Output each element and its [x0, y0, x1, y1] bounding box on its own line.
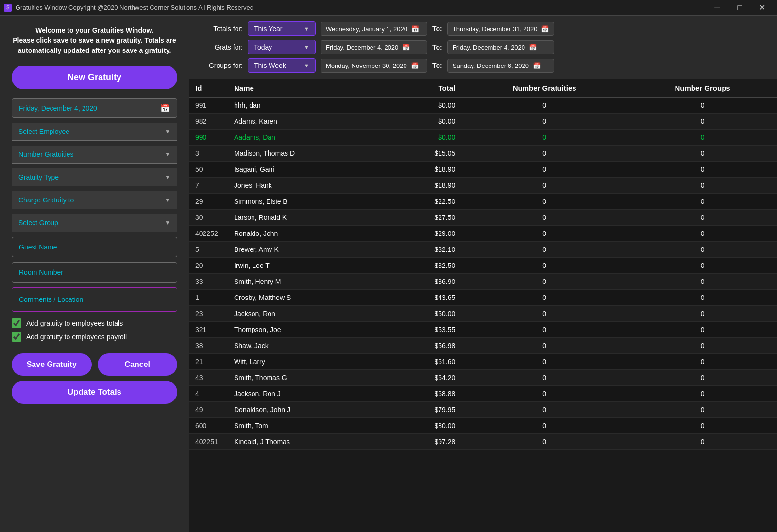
cell-num-gratuities: 0 [461, 354, 628, 370]
table-row[interactable]: 3 Madison, Thomas D $15.05 0 0 [189, 146, 777, 162]
table-header-row: Id Name Total Number Gratuities Number G… [189, 79, 777, 98]
cell-name: hhh, dan [228, 98, 389, 114]
totals-from-date[interactable]: Wednesday, January 1, 2020 📅 [321, 22, 427, 36]
cell-num-gratuities: 0 [461, 210, 628, 226]
cell-total: $15.05 [389, 146, 461, 162]
table-row[interactable]: 33 Smith, Henry M $36.90 0 0 [189, 274, 777, 290]
cell-num-groups: 0 [628, 306, 777, 322]
totals-for-label: Totals for: [199, 25, 243, 33]
title-bar-controls: ─ □ ✕ [706, 1, 773, 15]
close-button[interactable]: ✕ [751, 1, 773, 15]
col-num-gratuities: Number Gratuities [461, 79, 628, 98]
guest-name-input[interactable] [12, 237, 177, 257]
select-group-dropdown[interactable]: Select Group ▼ [12, 214, 177, 232]
cell-name: Smith, Tom [228, 418, 389, 434]
table-row[interactable]: 600 Smith, Tom $80.00 0 0 [189, 418, 777, 434]
table-row[interactable]: 4 Jackson, Ron J $68.88 0 0 [189, 386, 777, 402]
cell-num-groups: 0 [628, 162, 777, 178]
select-employee-dropdown[interactable]: Select Employee ▼ [12, 123, 177, 141]
cell-num-groups: 0 [628, 98, 777, 114]
maximize-button[interactable]: □ [728, 1, 751, 15]
cell-id: 21 [189, 354, 228, 370]
minimize-button[interactable]: ─ [706, 1, 728, 15]
cell-name: Witt, Larry [228, 354, 389, 370]
cell-num-groups: 0 [628, 226, 777, 242]
comments-location-input[interactable] [12, 287, 177, 312]
number-gratuities-label: Number Gratuities [18, 150, 74, 158]
grats-to-date[interactable]: Friday, December 4, 2020 📅 [447, 40, 554, 54]
title-bar-text: Gratuities Window Copyright @2020 Northw… [16, 4, 253, 11]
totals-dropdown[interactable]: This Year ▼ [248, 21, 316, 36]
cell-num-groups: 0 [628, 130, 777, 146]
totals-for-row: Totals for: This Year ▼ Wednesday, Janua… [199, 21, 767, 36]
title-bar-left: $ Gratuities Window Copyright @2020 Nort… [4, 4, 253, 12]
table-row[interactable]: 5 Brewer, Amy K $32.10 0 0 [189, 242, 777, 258]
room-number-input[interactable] [12, 262, 177, 283]
controls-area: Totals for: This Year ▼ Wednesday, Janua… [189, 16, 777, 79]
table-row[interactable]: 21 Witt, Larry $61.60 0 0 [189, 354, 777, 370]
table-row[interactable]: 29 Simmons, Elsie B $22.50 0 0 [189, 194, 777, 210]
cell-total: $53.55 [389, 322, 461, 338]
table-row[interactable]: 20 Irwin, Lee T $32.50 0 0 [189, 258, 777, 274]
table-row[interactable]: 990 Aadams, Dan $0.00 0 0 [189, 130, 777, 146]
table-row[interactable]: 1 Crosby, Matthew S $43.65 0 0 [189, 290, 777, 306]
cell-total: $56.98 [389, 338, 461, 354]
cell-id: 38 [189, 338, 228, 354]
select-employee-label: Select Employee [18, 128, 69, 135]
add-to-payroll-row: Add gratuity to employees payroll [12, 332, 177, 342]
groups-dropdown[interactable]: This Week ▼ [248, 58, 316, 73]
add-to-totals-checkbox[interactable] [12, 318, 21, 328]
add-to-payroll-checkbox[interactable] [12, 332, 21, 342]
table-row[interactable]: 43 Smith, Thomas G $64.20 0 0 [189, 370, 777, 386]
table-row[interactable]: 38 Shaw, Jack $56.98 0 0 [189, 338, 777, 354]
table-row[interactable]: 23 Jackson, Ron $50.00 0 0 [189, 306, 777, 322]
cancel-button[interactable]: Cancel [98, 353, 178, 376]
cell-id: 600 [189, 418, 228, 434]
groups-to-date[interactable]: Sunday, December 6, 2020 📅 [447, 59, 554, 73]
cell-total: $32.10 [389, 242, 461, 258]
charge-gratuity-label: Charge Gratuity to [18, 196, 74, 204]
grats-for-row: Grats for: Today ▼ Friday, December 4, 2… [199, 40, 767, 54]
cell-total: $18.90 [389, 178, 461, 194]
cell-num-gratuities: 0 [461, 322, 628, 338]
table-row[interactable]: 50 Isagani, Gani $18.90 0 0 [189, 162, 777, 178]
chevron-down-icon: ▼ [304, 63, 309, 68]
cell-num-gratuities: 0 [461, 402, 628, 418]
col-id: Id [189, 79, 228, 98]
table-row[interactable]: 49 Donaldson, John J $79.95 0 0 [189, 402, 777, 418]
cell-num-groups: 0 [628, 258, 777, 274]
gratuity-type-dropdown[interactable]: Gratuity Type ▼ [12, 168, 177, 186]
chevron-down-icon: ▼ [165, 174, 170, 181]
grats-dropdown[interactable]: Today ▼ [248, 40, 316, 54]
charge-gratuity-dropdown[interactable]: Charge Gratuity to ▼ [12, 191, 177, 209]
table-row[interactable]: 321 Thompson, Joe $53.55 0 0 [189, 322, 777, 338]
cell-name: Smith, Henry M [228, 274, 389, 290]
groups-from-date[interactable]: Monday, November 30, 2020 📅 [321, 59, 427, 73]
grats-from-date[interactable]: Friday, December 4, 2020 📅 [321, 40, 427, 54]
col-num-groups: Number Groups [628, 79, 777, 98]
cell-name: Jackson, Ron J [228, 386, 389, 402]
update-totals-button[interactable]: Update Totals [12, 381, 177, 404]
groups-from-value: Monday, November 30, 2020 [326, 62, 407, 69]
table-row[interactable]: 30 Larson, Ronald K $27.50 0 0 [189, 210, 777, 226]
number-gratuities-dropdown[interactable]: Number Gratuities ▼ [12, 146, 177, 164]
col-total: Total [389, 79, 461, 98]
table-row[interactable]: 982 Adams, Karen $0.00 0 0 [189, 114, 777, 130]
grats-to-value: Friday, December 4, 2020 [453, 44, 525, 51]
cell-id: 5 [189, 242, 228, 258]
table-row[interactable]: 402252 Ronaldo, John $29.00 0 0 [189, 226, 777, 242]
cell-num-gratuities: 0 [461, 370, 628, 386]
save-gratuity-button[interactable]: Save Gratuity [12, 353, 92, 376]
cell-num-gratuities: 0 [461, 98, 628, 114]
cell-num-gratuities: 0 [461, 386, 628, 402]
totals-to-date[interactable]: Thursday, December 31, 2020 📅 [447, 22, 555, 36]
cell-num-gratuities: 0 [461, 434, 628, 450]
date-picker[interactable]: Friday, December 4, 2020 📅 [12, 98, 177, 118]
new-gratuity-button[interactable]: New Gratuity [12, 66, 177, 89]
table-row[interactable]: 402251 Kincaid, J Thomas $97.28 0 0 [189, 434, 777, 450]
cell-num-groups: 0 [628, 322, 777, 338]
table-row[interactable]: 991 hhh, dan $0.00 0 0 [189, 98, 777, 114]
totals-to-label: To: [432, 25, 442, 33]
cell-num-gratuities: 0 [461, 162, 628, 178]
table-row[interactable]: 7 Jones, Hank $18.90 0 0 [189, 178, 777, 194]
